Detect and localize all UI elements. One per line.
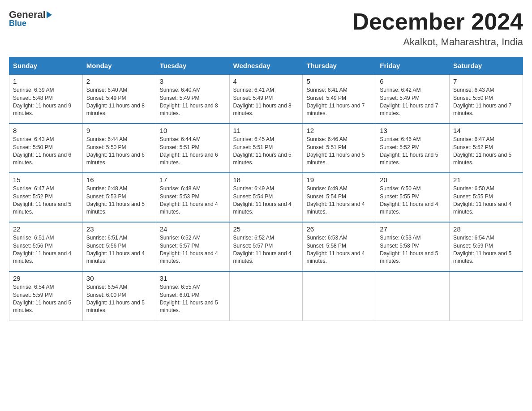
- day-info: Sunrise: 6:52 AMSunset: 5:57 PMDaylight:…: [233, 235, 292, 264]
- day-number: 13: [380, 127, 446, 134]
- day-number: 9: [86, 127, 152, 134]
- calendar-cell: 13 Sunrise: 6:46 AMSunset: 5:52 PMDaylig…: [376, 124, 450, 173]
- day-info: Sunrise: 6:40 AMSunset: 5:49 PMDaylight:…: [86, 87, 145, 116]
- day-number: 16: [86, 176, 152, 184]
- calendar-cell: 11 Sunrise: 6:45 AMSunset: 5:51 PMDaylig…: [229, 124, 303, 173]
- day-info: Sunrise: 6:54 AMSunset: 5:59 PMDaylight:…: [453, 235, 511, 264]
- calendar-cell: [450, 271, 523, 321]
- calendar-cell: 29 Sunrise: 6:54 AMSunset: 5:59 PMDaylig…: [9, 271, 83, 321]
- day-info: Sunrise: 6:48 AMSunset: 5:53 PMDaylight:…: [86, 185, 145, 215]
- calendar-table: SundayMondayTuesdayWednesdayThursdayFrid…: [9, 57, 523, 321]
- day-info: Sunrise: 6:50 AMSunset: 5:55 PMDaylight:…: [453, 185, 511, 215]
- day-info: Sunrise: 6:44 AMSunset: 5:50 PMDaylight:…: [86, 136, 145, 166]
- day-info: Sunrise: 6:55 AMSunset: 6:01 PMDaylight:…: [160, 284, 218, 313]
- day-info: Sunrise: 6:41 AMSunset: 5:49 PMDaylight:…: [306, 87, 365, 116]
- calendar-cell: 23 Sunrise: 6:51 AMSunset: 5:56 PMDaylig…: [82, 222, 156, 271]
- calendar-week-row: 22 Sunrise: 6:51 AMSunset: 5:56 PMDaylig…: [9, 222, 523, 271]
- day-info: Sunrise: 6:45 AMSunset: 5:51 PMDaylight:…: [233, 136, 292, 166]
- day-number: 30: [86, 274, 152, 282]
- day-number: 7: [453, 77, 519, 85]
- day-number: 23: [86, 225, 152, 233]
- calendar-header-tuesday: Tuesday: [156, 57, 229, 75]
- calendar-cell: 10 Sunrise: 6:44 AMSunset: 5:51 PMDaylig…: [156, 124, 229, 173]
- logo: General Blue: [9, 9, 53, 28]
- day-info: Sunrise: 6:52 AMSunset: 5:57 PMDaylight:…: [160, 235, 218, 264]
- calendar-cell: 3 Sunrise: 6:40 AMSunset: 5:49 PMDayligh…: [156, 74, 229, 124]
- day-number: 12: [306, 127, 372, 134]
- day-number: 26: [306, 225, 372, 233]
- day-info: Sunrise: 6:49 AMSunset: 5:54 PMDaylight:…: [306, 185, 365, 215]
- day-number: 27: [380, 225, 446, 233]
- calendar-header-friday: Friday: [376, 57, 450, 75]
- calendar-cell: [376, 271, 450, 321]
- calendar-cell: 9 Sunrise: 6:44 AMSunset: 5:50 PMDayligh…: [82, 124, 156, 173]
- day-info: Sunrise: 6:51 AMSunset: 5:56 PMDaylight:…: [86, 235, 145, 264]
- calendar-cell: 5 Sunrise: 6:41 AMSunset: 5:49 PMDayligh…: [303, 74, 376, 124]
- calendar-cell: 30 Sunrise: 6:54 AMSunset: 6:00 PMDaylig…: [82, 271, 156, 321]
- calendar-cell: 15 Sunrise: 6:47 AMSunset: 5:52 PMDaylig…: [9, 173, 83, 222]
- day-number: 22: [13, 225, 79, 233]
- day-info: Sunrise: 6:47 AMSunset: 5:52 PMDaylight:…: [453, 136, 511, 166]
- day-number: 11: [233, 127, 299, 134]
- day-info: Sunrise: 6:41 AMSunset: 5:49 PMDaylight:…: [233, 87, 292, 116]
- day-info: Sunrise: 6:53 AMSunset: 5:58 PMDaylight:…: [306, 235, 365, 264]
- calendar-week-row: 8 Sunrise: 6:43 AMSunset: 5:50 PMDayligh…: [9, 124, 523, 173]
- day-number: 6: [380, 77, 446, 85]
- calendar-header-thursday: Thursday: [303, 57, 376, 75]
- day-number: 19: [306, 176, 372, 184]
- day-info: Sunrise: 6:54 AMSunset: 6:00 PMDaylight:…: [86, 284, 145, 313]
- day-number: 8: [13, 127, 79, 134]
- calendar-cell: 26 Sunrise: 6:53 AMSunset: 5:58 PMDaylig…: [303, 222, 376, 271]
- day-number: 20: [380, 176, 446, 184]
- calendar-cell: 24 Sunrise: 6:52 AMSunset: 5:57 PMDaylig…: [156, 222, 229, 271]
- location-text: Akalkot, Maharashtra, India: [352, 36, 523, 48]
- calendar-cell: 1 Sunrise: 6:39 AMSunset: 5:48 PMDayligh…: [9, 74, 83, 124]
- calendar-header-monday: Monday: [82, 57, 156, 75]
- day-info: Sunrise: 6:53 AMSunset: 5:58 PMDaylight:…: [380, 235, 438, 264]
- calendar-header-sunday: Sunday: [9, 57, 83, 75]
- calendar-week-row: 1 Sunrise: 6:39 AMSunset: 5:48 PMDayligh…: [9, 74, 523, 124]
- calendar-cell: [229, 271, 303, 321]
- page-header: General Blue December 2024 Akalkot, Maha…: [9, 9, 523, 48]
- calendar-cell: 7 Sunrise: 6:43 AMSunset: 5:50 PMDayligh…: [450, 74, 523, 124]
- day-info: Sunrise: 6:42 AMSunset: 5:49 PMDaylight:…: [380, 87, 438, 116]
- day-number: 25: [233, 225, 299, 233]
- day-number: 4: [233, 77, 299, 85]
- day-number: 15: [13, 176, 79, 184]
- day-info: Sunrise: 6:46 AMSunset: 5:51 PMDaylight:…: [306, 136, 365, 166]
- day-number: 17: [160, 176, 226, 184]
- logo-blue-text: Blue: [9, 19, 26, 28]
- calendar-cell: 2 Sunrise: 6:40 AMSunset: 5:49 PMDayligh…: [82, 74, 156, 124]
- calendar-cell: 31 Sunrise: 6:55 AMSunset: 6:01 PMDaylig…: [156, 271, 229, 321]
- day-info: Sunrise: 6:44 AMSunset: 5:51 PMDaylight:…: [160, 136, 218, 166]
- day-number: 1: [13, 77, 79, 85]
- calendar-header-saturday: Saturday: [450, 57, 523, 75]
- day-number: 28: [453, 225, 519, 233]
- day-info: Sunrise: 6:40 AMSunset: 5:49 PMDaylight:…: [160, 87, 218, 116]
- day-info: Sunrise: 6:39 AMSunset: 5:48 PMDaylight:…: [13, 87, 71, 116]
- calendar-cell: 4 Sunrise: 6:41 AMSunset: 5:49 PMDayligh…: [229, 74, 303, 124]
- day-info: Sunrise: 6:47 AMSunset: 5:52 PMDaylight:…: [13, 185, 71, 215]
- calendar-cell: 8 Sunrise: 6:43 AMSunset: 5:50 PMDayligh…: [9, 124, 83, 173]
- calendar-cell: 20 Sunrise: 6:50 AMSunset: 5:55 PMDaylig…: [376, 173, 450, 222]
- calendar-cell: 27 Sunrise: 6:53 AMSunset: 5:58 PMDaylig…: [376, 222, 450, 271]
- calendar-cell: 18 Sunrise: 6:49 AMSunset: 5:54 PMDaylig…: [229, 173, 303, 222]
- calendar-cell: [303, 271, 376, 321]
- day-number: 31: [160, 274, 226, 282]
- calendar-cell: 21 Sunrise: 6:50 AMSunset: 5:55 PMDaylig…: [450, 173, 523, 222]
- day-info: Sunrise: 6:43 AMSunset: 5:50 PMDaylight:…: [13, 136, 71, 166]
- calendar-cell: 6 Sunrise: 6:42 AMSunset: 5:49 PMDayligh…: [376, 74, 450, 124]
- day-info: Sunrise: 6:51 AMSunset: 5:56 PMDaylight:…: [13, 235, 71, 264]
- calendar-cell: 16 Sunrise: 6:48 AMSunset: 5:53 PMDaylig…: [82, 173, 156, 222]
- day-info: Sunrise: 6:48 AMSunset: 5:53 PMDaylight:…: [160, 185, 218, 215]
- day-info: Sunrise: 6:43 AMSunset: 5:50 PMDaylight:…: [453, 87, 511, 116]
- calendar-header-wednesday: Wednesday: [229, 57, 303, 75]
- day-number: 3: [160, 77, 226, 85]
- day-number: 14: [453, 127, 519, 134]
- day-number: 2: [86, 77, 152, 85]
- calendar-week-row: 29 Sunrise: 6:54 AMSunset: 5:59 PMDaylig…: [9, 271, 523, 321]
- calendar-cell: 17 Sunrise: 6:48 AMSunset: 5:53 PMDaylig…: [156, 173, 229, 222]
- day-number: 10: [160, 127, 226, 134]
- calendar-cell: 14 Sunrise: 6:47 AMSunset: 5:52 PMDaylig…: [450, 124, 523, 173]
- day-number: 29: [13, 274, 79, 282]
